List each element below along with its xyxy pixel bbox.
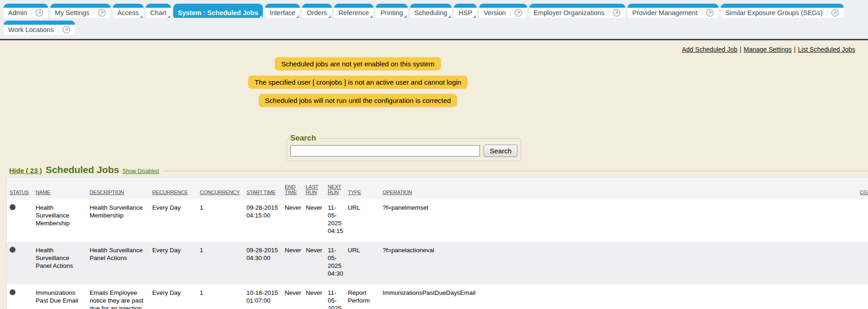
tab-label: Admin	[8, 9, 27, 16]
operation-cell: ?f=panelactioneval	[380, 242, 857, 284]
next-run-cell: 11-05-2025 04:30	[325, 242, 345, 284]
tab-version[interactable]: Version	[479, 4, 527, 18]
status-dot-icon	[10, 204, 16, 210]
submenu-fold-icon	[259, 15, 262, 18]
col-header-type[interactable]: TYPE	[345, 178, 380, 199]
start-time-cell: 10-16-2015 01:07:00	[244, 284, 282, 309]
tab-bar: Admin My Settings Access Chart System : …	[0, 0, 868, 40]
next-run-cell: 11-05-2025 04:15	[325, 199, 345, 242]
submenu-fold-icon	[370, 15, 373, 18]
tab-row-1: Admin My Settings Access Chart System : …	[4, 4, 864, 18]
table-row[interactable]: Health Surveillance Membership Health Su…	[7, 199, 868, 242]
add-scheduled-job-link[interactable]: Add Scheduled Job	[682, 46, 737, 53]
table-row[interactable]: Immunizations Past Due Email Emails Empl…	[7, 284, 868, 309]
type-cell: URL	[345, 242, 380, 284]
operation-cell: ?f=panelmemset	[380, 199, 857, 242]
tab-label: Chart	[150, 9, 166, 16]
tab-scheduling[interactable]: Scheduling	[410, 4, 452, 18]
name-cell: Immunizations Past Due Email	[33, 284, 87, 309]
col-header-description[interactable]: DESCRIPTION	[87, 178, 149, 199]
tab-employer-organizations[interactable]: Employer Organizations	[529, 4, 626, 18]
warning-message: Scheduled jobs are not yet enabled on th…	[275, 57, 441, 70]
col-header-recurrence[interactable]: RECURRENCE	[149, 178, 197, 199]
tab-label: Interface	[270, 9, 295, 16]
col-header-operation[interactable]: OPERATION	[380, 178, 857, 199]
search-panel-title: Search	[290, 134, 319, 143]
link-separator: |	[740, 46, 741, 53]
submenu-fold-icon	[140, 15, 143, 18]
tab-system-scheduled-jobs[interactable]: System : Scheduled Jobs	[173, 4, 263, 18]
tab-label: Work Locations	[8, 26, 54, 33]
tab-reference[interactable]: Reference	[334, 4, 374, 18]
popout-icon[interactable]	[31, 9, 43, 17]
last-run-cell: Never	[303, 284, 325, 309]
concurrency-cell: 1	[197, 242, 244, 284]
tab-printing[interactable]: Printing	[376, 4, 407, 18]
search-panel: Search Search	[287, 134, 521, 161]
search-button[interactable]: Search	[484, 145, 517, 157]
tab-provider-management[interactable]: Provider Management	[628, 4, 719, 18]
warning-messages: Scheduled jobs are not yet enabled on th…	[0, 57, 716, 112]
col-header-cgi[interactable]: CGI	[857, 178, 868, 199]
action-links: Add Scheduled Job|Manage Settings|List S…	[0, 40, 868, 53]
tab-row-2: Work Locations	[4, 21, 864, 35]
tab-chart[interactable]: Chart	[146, 4, 171, 18]
tab-label: Similar Exposure Groups (SEGs)	[725, 9, 823, 16]
search-input[interactable]	[290, 145, 480, 157]
page-title: Scheduled Jobs	[46, 164, 119, 175]
tab-admin[interactable]: Admin	[4, 4, 48, 18]
end-time-cell: Never	[282, 242, 303, 284]
last-run-cell: Never	[303, 242, 325, 284]
tab-similar-exposure-groups[interactable]: Similar Exposure Groups (SEGs)	[721, 4, 844, 18]
col-header-next-run[interactable]: NEXT RUN	[325, 178, 345, 199]
popout-icon[interactable]	[702, 9, 714, 17]
tab-label: System : Scheduled Jobs	[178, 9, 258, 16]
description-cell: Health Surveillance Panel Actions	[87, 242, 149, 284]
col-header-name[interactable]: NAME	[33, 178, 87, 199]
popout-icon[interactable]	[608, 9, 621, 17]
tab-interface[interactable]: Interface	[265, 4, 300, 18]
status-cell	[7, 242, 33, 284]
name-cell: Health Surveillance Membership	[33, 199, 87, 242]
tab-orders[interactable]: Orders	[302, 4, 331, 18]
tab-access[interactable]: Access	[113, 4, 144, 18]
recurrence-cell: Every Day	[149, 242, 197, 284]
popout-icon[interactable]	[827, 9, 839, 17]
col-header-start-time[interactable]: START TIME	[244, 178, 282, 199]
submenu-fold-icon	[167, 15, 170, 18]
concurrency-cell: 1	[197, 284, 244, 309]
show-disabled-link[interactable]: Show Disabled	[122, 168, 159, 174]
col-header-concurrency[interactable]: CONCURRENCY	[197, 178, 244, 199]
status-cell	[7, 284, 33, 309]
cgi-cell	[857, 242, 868, 284]
tab-hsp[interactable]: HSP	[454, 4, 477, 18]
tab-label: My Settings	[55, 9, 90, 16]
popout-icon[interactable]	[510, 9, 522, 17]
tab-label: Provider Management	[632, 9, 698, 16]
col-header-last-run[interactable]: LAST RUN	[303, 178, 325, 199]
table-row[interactable]: Health Surveillance Panel Actions Health…	[7, 242, 868, 284]
status-dot-icon	[10, 247, 16, 253]
end-time-cell: Never	[282, 284, 303, 309]
hide-count-link[interactable]: Hide ( 23 )	[9, 167, 42, 174]
next-run-cell: 11-05-2025 01:07	[325, 284, 345, 309]
tab-work-locations[interactable]: Work Locations	[4, 21, 75, 35]
popout-icon[interactable]	[58, 26, 70, 34]
tab-my-settings[interactable]: My Settings	[50, 4, 111, 18]
warning-message: Scheduled jobs will not run until the co…	[259, 94, 458, 107]
list-scheduled-jobs-link[interactable]: List Scheduled Jobs	[798, 46, 855, 53]
manage-settings-link[interactable]: Manage Settings	[744, 46, 792, 53]
tab-label: Access	[117, 9, 139, 16]
col-header-end-time[interactable]: END TIME	[282, 178, 303, 199]
col-header-status[interactable]: STATUS	[7, 178, 33, 199]
name-cell: Health Surveillance Panel Actions	[33, 242, 87, 284]
recurrence-cell: Every Day	[149, 284, 197, 309]
tab-label: Reference	[339, 9, 369, 16]
last-run-cell: Never	[303, 199, 325, 242]
popout-icon[interactable]	[94, 9, 106, 17]
tab-label: Scheduling	[415, 9, 447, 16]
tab-label: Version	[484, 9, 506, 16]
recurrence-cell: Every Day	[149, 199, 197, 242]
submenu-fold-icon	[448, 15, 451, 18]
cgi-cell	[857, 284, 868, 309]
